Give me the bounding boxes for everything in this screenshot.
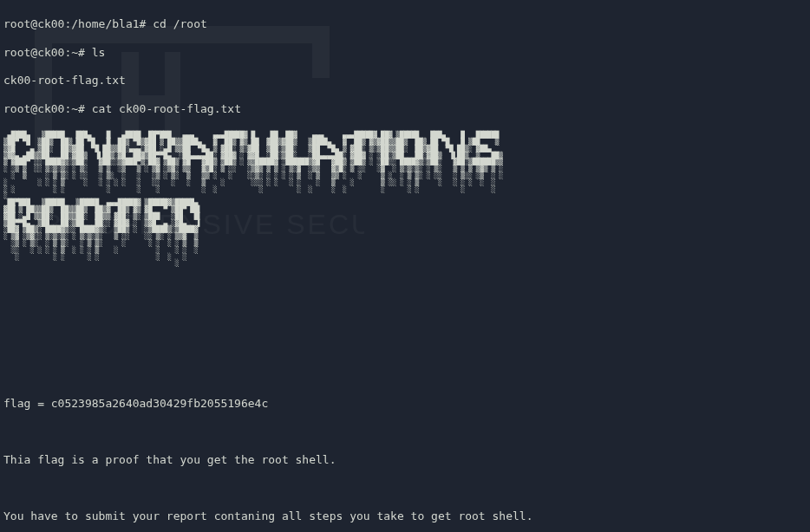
- ascii-art-banner: ▄████▄ ▒█████ ███▄ █ ▄████ ██▀███ ▄▄▄ ▄▄…: [3, 132, 807, 267]
- prompt-line-1: root@ck00:~# ls: [3, 46, 807, 60]
- command: cat ck00-root-flag.txt: [92, 102, 241, 115]
- blank-line: [3, 341, 807, 354]
- prompt-path: ~: [71, 102, 78, 115]
- prompt-path: /home/bla1: [71, 17, 139, 30]
- message-line: You have to submit your report contaning…: [3, 509, 807, 523]
- message-line: Thia flag is a proof that you get the ro…: [3, 453, 807, 467]
- blank-line: [3, 369, 807, 383]
- prompt-path: ~: [71, 46, 78, 59]
- prompt-userhost: root@ck00: [3, 102, 64, 115]
- flag-line: flag = c0523985a2640ad30429fb2055196e4c: [3, 397, 807, 411]
- blank-line: [3, 284, 807, 298]
- command: cd /root: [153, 17, 207, 30]
- prompt-line-0: root@ck00:/home/bla1# cd /root: [3, 17, 807, 31]
- blank-line: [3, 313, 807, 327]
- prompt-userhost: root@ck00: [3, 46, 64, 59]
- blank-line: [3, 482, 807, 496]
- prompt-userhost: root@ck00: [3, 17, 64, 30]
- ls-output: ck00-root-flag.txt: [3, 74, 807, 88]
- command: ls: [92, 46, 106, 59]
- prompt-line-2: root@ck00:~# cat ck00-root-flag.txt: [3, 102, 807, 116]
- terminal[interactable]: root@ck00:/home/bla1# cd /root root@ck00…: [3, 3, 807, 532]
- blank-line: [3, 425, 807, 439]
